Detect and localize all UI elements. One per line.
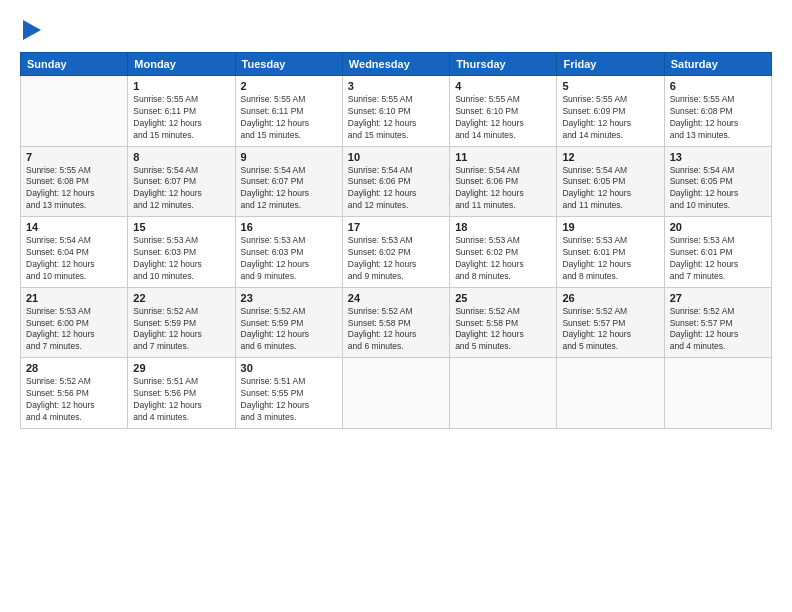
day-info: Sunrise: 5:52 AM Sunset: 5:59 PM Dayligh… <box>241 306 337 354</box>
day-number: 2 <box>241 80 337 92</box>
day-info: Sunrise: 5:54 AM Sunset: 6:06 PM Dayligh… <box>455 165 551 213</box>
day-number: 4 <box>455 80 551 92</box>
table-row: 28Sunrise: 5:52 AM Sunset: 5:56 PM Dayli… <box>21 358 128 429</box>
day-number: 26 <box>562 292 658 304</box>
day-number: 27 <box>670 292 766 304</box>
day-number: 17 <box>348 221 444 233</box>
table-row: 29Sunrise: 5:51 AM Sunset: 5:56 PM Dayli… <box>128 358 235 429</box>
day-number: 14 <box>26 221 122 233</box>
day-number: 11 <box>455 151 551 163</box>
day-number: 22 <box>133 292 229 304</box>
table-row: 16Sunrise: 5:53 AM Sunset: 6:03 PM Dayli… <box>235 217 342 288</box>
day-number: 23 <box>241 292 337 304</box>
calendar-week-row: 28Sunrise: 5:52 AM Sunset: 5:56 PM Dayli… <box>21 358 772 429</box>
table-row: 15Sunrise: 5:53 AM Sunset: 6:03 PM Dayli… <box>128 217 235 288</box>
day-info: Sunrise: 5:53 AM Sunset: 6:01 PM Dayligh… <box>670 235 766 283</box>
calendar-week-row: 7Sunrise: 5:55 AM Sunset: 6:08 PM Daylig… <box>21 146 772 217</box>
table-row: 21Sunrise: 5:53 AM Sunset: 6:00 PM Dayli… <box>21 287 128 358</box>
col-wednesday: Wednesday <box>342 53 449 76</box>
day-info: Sunrise: 5:55 AM Sunset: 6:11 PM Dayligh… <box>241 94 337 142</box>
day-info: Sunrise: 5:52 AM Sunset: 5:56 PM Dayligh… <box>26 376 122 424</box>
day-info: Sunrise: 5:53 AM Sunset: 6:00 PM Dayligh… <box>26 306 122 354</box>
table-row: 26Sunrise: 5:52 AM Sunset: 5:57 PM Dayli… <box>557 287 664 358</box>
day-info: Sunrise: 5:53 AM Sunset: 6:02 PM Dayligh… <box>455 235 551 283</box>
table-row: 9Sunrise: 5:54 AM Sunset: 6:07 PM Daylig… <box>235 146 342 217</box>
calendar-page: Sunday Monday Tuesday Wednesday Thursday… <box>0 0 792 612</box>
table-row: 24Sunrise: 5:52 AM Sunset: 5:58 PM Dayli… <box>342 287 449 358</box>
day-number: 20 <box>670 221 766 233</box>
day-info: Sunrise: 5:53 AM Sunset: 6:02 PM Dayligh… <box>348 235 444 283</box>
table-row: 10Sunrise: 5:54 AM Sunset: 6:06 PM Dayli… <box>342 146 449 217</box>
day-info: Sunrise: 5:55 AM Sunset: 6:10 PM Dayligh… <box>348 94 444 142</box>
day-info: Sunrise: 5:52 AM Sunset: 5:59 PM Dayligh… <box>133 306 229 354</box>
day-number: 25 <box>455 292 551 304</box>
col-monday: Monday <box>128 53 235 76</box>
day-info: Sunrise: 5:55 AM Sunset: 6:08 PM Dayligh… <box>670 94 766 142</box>
table-row: 17Sunrise: 5:53 AM Sunset: 6:02 PM Dayli… <box>342 217 449 288</box>
day-info: Sunrise: 5:54 AM Sunset: 6:04 PM Dayligh… <box>26 235 122 283</box>
day-number: 28 <box>26 362 122 374</box>
day-info: Sunrise: 5:53 AM Sunset: 6:03 PM Dayligh… <box>241 235 337 283</box>
calendar-week-row: 14Sunrise: 5:54 AM Sunset: 6:04 PM Dayli… <box>21 217 772 288</box>
table-row <box>450 358 557 429</box>
table-row: 3Sunrise: 5:55 AM Sunset: 6:10 PM Daylig… <box>342 76 449 147</box>
day-number: 10 <box>348 151 444 163</box>
day-number: 13 <box>670 151 766 163</box>
table-row <box>21 76 128 147</box>
col-thursday: Thursday <box>450 53 557 76</box>
table-row: 22Sunrise: 5:52 AM Sunset: 5:59 PM Dayli… <box>128 287 235 358</box>
day-number: 9 <box>241 151 337 163</box>
day-info: Sunrise: 5:52 AM Sunset: 5:57 PM Dayligh… <box>562 306 658 354</box>
day-info: Sunrise: 5:52 AM Sunset: 5:58 PM Dayligh… <box>348 306 444 354</box>
day-info: Sunrise: 5:52 AM Sunset: 5:57 PM Dayligh… <box>670 306 766 354</box>
day-number: 1 <box>133 80 229 92</box>
day-number: 8 <box>133 151 229 163</box>
day-number: 24 <box>348 292 444 304</box>
table-row: 30Sunrise: 5:51 AM Sunset: 5:55 PM Dayli… <box>235 358 342 429</box>
day-number: 29 <box>133 362 229 374</box>
day-number: 19 <box>562 221 658 233</box>
day-number: 12 <box>562 151 658 163</box>
table-row: 1Sunrise: 5:55 AM Sunset: 6:11 PM Daylig… <box>128 76 235 147</box>
table-row: 12Sunrise: 5:54 AM Sunset: 6:05 PM Dayli… <box>557 146 664 217</box>
table-row: 11Sunrise: 5:54 AM Sunset: 6:06 PM Dayli… <box>450 146 557 217</box>
day-number: 6 <box>670 80 766 92</box>
table-row: 27Sunrise: 5:52 AM Sunset: 5:57 PM Dayli… <box>664 287 771 358</box>
day-info: Sunrise: 5:55 AM Sunset: 6:10 PM Dayligh… <box>455 94 551 142</box>
table-row: 6Sunrise: 5:55 AM Sunset: 6:08 PM Daylig… <box>664 76 771 147</box>
col-saturday: Saturday <box>664 53 771 76</box>
day-info: Sunrise: 5:52 AM Sunset: 5:58 PM Dayligh… <box>455 306 551 354</box>
col-sunday: Sunday <box>21 53 128 76</box>
day-info: Sunrise: 5:55 AM Sunset: 6:08 PM Dayligh… <box>26 165 122 213</box>
table-row: 18Sunrise: 5:53 AM Sunset: 6:02 PM Dayli… <box>450 217 557 288</box>
day-info: Sunrise: 5:55 AM Sunset: 6:09 PM Dayligh… <box>562 94 658 142</box>
day-number: 30 <box>241 362 337 374</box>
table-row <box>664 358 771 429</box>
day-info: Sunrise: 5:51 AM Sunset: 5:56 PM Dayligh… <box>133 376 229 424</box>
day-number: 21 <box>26 292 122 304</box>
day-info: Sunrise: 5:55 AM Sunset: 6:11 PM Dayligh… <box>133 94 229 142</box>
day-info: Sunrise: 5:51 AM Sunset: 5:55 PM Dayligh… <box>241 376 337 424</box>
logo <box>20 18 41 44</box>
table-row: 14Sunrise: 5:54 AM Sunset: 6:04 PM Dayli… <box>21 217 128 288</box>
col-tuesday: Tuesday <box>235 53 342 76</box>
day-number: 16 <box>241 221 337 233</box>
table-row: 2Sunrise: 5:55 AM Sunset: 6:11 PM Daylig… <box>235 76 342 147</box>
table-row: 13Sunrise: 5:54 AM Sunset: 6:05 PM Dayli… <box>664 146 771 217</box>
day-number: 18 <box>455 221 551 233</box>
table-row: 23Sunrise: 5:52 AM Sunset: 5:59 PM Dayli… <box>235 287 342 358</box>
svg-marker-0 <box>23 20 41 40</box>
table-row: 20Sunrise: 5:53 AM Sunset: 6:01 PM Dayli… <box>664 217 771 288</box>
day-info: Sunrise: 5:54 AM Sunset: 6:05 PM Dayligh… <box>670 165 766 213</box>
day-number: 3 <box>348 80 444 92</box>
day-info: Sunrise: 5:54 AM Sunset: 6:07 PM Dayligh… <box>133 165 229 213</box>
logo-arrow-icon <box>23 20 41 40</box>
calendar-table: Sunday Monday Tuesday Wednesday Thursday… <box>20 52 772 429</box>
day-info: Sunrise: 5:53 AM Sunset: 6:01 PM Dayligh… <box>562 235 658 283</box>
day-info: Sunrise: 5:54 AM Sunset: 6:07 PM Dayligh… <box>241 165 337 213</box>
table-row: 8Sunrise: 5:54 AM Sunset: 6:07 PM Daylig… <box>128 146 235 217</box>
table-row: 7Sunrise: 5:55 AM Sunset: 6:08 PM Daylig… <box>21 146 128 217</box>
day-number: 15 <box>133 221 229 233</box>
table-row: 4Sunrise: 5:55 AM Sunset: 6:10 PM Daylig… <box>450 76 557 147</box>
table-row <box>342 358 449 429</box>
